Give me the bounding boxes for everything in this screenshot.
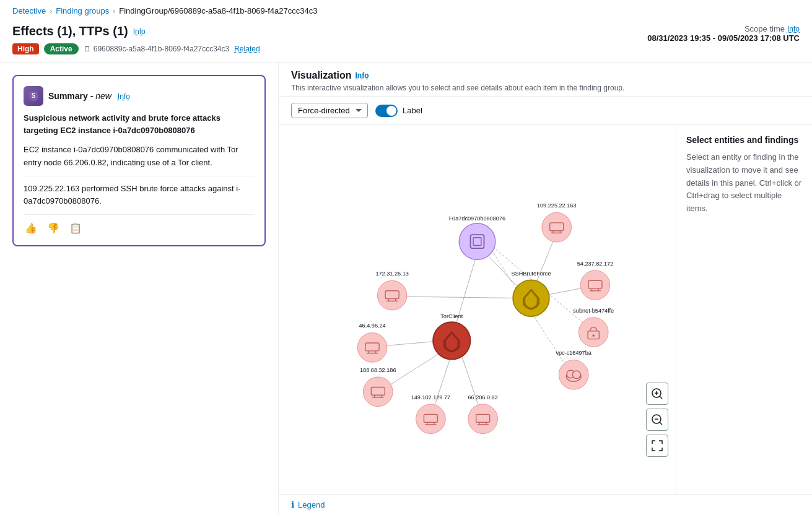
svg-point-32	[416, 404, 446, 434]
thumbdown-button[interactable]: 👎	[46, 221, 61, 235]
label-ip4: 46.4.96.24	[359, 323, 385, 329]
svg-point-48	[572, 371, 580, 379]
node-ip1[interactable]	[542, 212, 572, 242]
header-left: Effects (1), TTPs (1) Info High Active 🗒…	[12, 24, 260, 54]
copy-icon: 🗒	[84, 45, 91, 53]
scope-info-link[interactable]: Info	[787, 25, 800, 33]
graph-svg: i-0a7dc0970b0808076 SSHBruteForce	[279, 125, 676, 494]
scope-time: Scope time Info 08/31/2023 19:35 - 09/05…	[647, 24, 800, 43]
edge-tor-ip6	[433, 353, 452, 410]
node-vpc[interactable]	[559, 360, 588, 389]
legend-icon: ℹ	[291, 500, 294, 509]
scope-time-value: 08/31/2023 19:35 - 09/05/2023 17:08 UTC	[647, 33, 800, 43]
main-content: S Summary - new Info Suspicious network …	[0, 63, 812, 514]
svg-point-44	[592, 334, 595, 337]
fit-button[interactable]	[646, 435, 668, 457]
viz-toolbar: Force-directed Hierarchical Label	[279, 97, 812, 125]
node-ip6[interactable]	[416, 404, 446, 434]
select-panel-desc: Select an entity or finding in the visua…	[686, 151, 802, 215]
svg-text:S: S	[32, 92, 36, 99]
breadcrumb-current: FindingGroup/6960889c-a5a8-4f1b-8069-f4a…	[119, 6, 317, 15]
edge-ssh-ip3	[401, 297, 523, 298]
summary-card: S Summary - new Info Suspicious network …	[12, 75, 266, 246]
viz-header: Visualization Info This interactive visu…	[279, 63, 812, 97]
page-header: Effects (1), TTPs (1) Info High Active 🗒…	[0, 22, 812, 63]
viz-title: Visualization Info	[291, 70, 800, 81]
summary-desc-1: EC2 instance i-0a7dc0970b0808076 communi…	[24, 144, 255, 170]
copy-button[interactable]: 📋	[68, 221, 83, 235]
summary-divider	[24, 176, 255, 176]
svg-line-52	[660, 396, 662, 399]
summary-icon: S	[24, 86, 43, 106]
svg-point-27	[363, 377, 393, 407]
page-title: Effects (1), TTPs (1)	[12, 24, 128, 38]
svg-point-37	[468, 404, 498, 434]
viz-controls	[646, 383, 668, 457]
svg-point-12	[580, 271, 610, 300]
node-ip3[interactable]	[377, 280, 407, 310]
header-info-link[interactable]: Info	[133, 27, 146, 36]
node-ec2[interactable]	[459, 223, 495, 260]
viz-legend[interactable]: ℹ Legend	[279, 494, 812, 514]
viz-info-link[interactable]: Info	[356, 71, 369, 80]
viz-canvas-area: i-0a7dc0970b0808076 SSHBruteForce	[279, 125, 812, 494]
node-ssh-finding[interactable]	[513, 280, 549, 316]
edge-tor-ip7	[461, 355, 480, 410]
label-ip6: 149.102.129.77	[411, 394, 451, 401]
breadcrumb-sep-1: ›	[50, 7, 52, 15]
breadcrumb-detective[interactable]: Detective	[12, 6, 46, 15]
node-ip2[interactable]	[580, 271, 610, 300]
label-ip7: 66.206.0.82	[468, 394, 498, 401]
viz-desc: This interactive visualization allows yo…	[291, 84, 800, 92]
svg-line-55	[660, 422, 662, 425]
related-link[interactable]: Related	[234, 45, 260, 53]
svg-point-7	[542, 212, 572, 242]
summary-header: S Summary - new Info	[24, 86, 255, 106]
label-ip2: 54.237.82.172	[577, 261, 613, 267]
breadcrumb-finding-groups[interactable]: Finding groups	[56, 6, 109, 15]
finding-id: 🗒 6960889c-a5a8-4f1b-8069-f4a27ccc34c3	[84, 45, 230, 53]
breadcrumb-sep-2: ›	[113, 7, 115, 15]
summary-info-link[interactable]: Info	[118, 92, 130, 101]
select-panel-title: Select entities and findings	[686, 135, 802, 145]
svg-point-22	[357, 333, 387, 363]
badge-high: High	[12, 43, 39, 54]
breadcrumb: Detective › Finding groups › FindingGrou…	[0, 0, 812, 22]
label-toggle[interactable]	[375, 105, 398, 117]
select-panel: Select entities and findings Select an e…	[676, 125, 812, 494]
left-panel: S Summary - new Info Suspicious network …	[0, 63, 279, 514]
right-panel: Visualization Info This interactive visu…	[279, 63, 812, 514]
label-ip3: 172.31.26.13	[375, 271, 408, 277]
summary-desc-2: 109.225.22.163 performed SSH brute force…	[24, 183, 255, 209]
svg-point-42	[578, 318, 608, 347]
summary-divider-2	[24, 214, 255, 215]
viz-layout-select[interactable]: Force-directed Hierarchical	[291, 103, 368, 118]
scope-time-label: Scope time Info	[647, 24, 800, 33]
label-subnet: subnet-b5474ffe	[573, 308, 614, 314]
label-ssh-finding: SSHBruteForce	[511, 271, 551, 277]
svg-point-17	[377, 280, 407, 310]
thumbup-button[interactable]: 👍	[24, 221, 38, 235]
summary-body: Suspicious network activity and brute fo…	[24, 112, 255, 136]
legend-label: Legend	[298, 500, 325, 509]
summary-title: Summary - new Info	[48, 91, 130, 101]
toggle-knob	[386, 106, 396, 116]
summary-actions: 👍 👎 📋	[24, 221, 255, 235]
zoom-in-button[interactable]	[646, 383, 668, 405]
node-tor-finding[interactable]	[433, 322, 470, 359]
node-ip5[interactable]	[363, 377, 393, 407]
node-ip7[interactable]	[468, 404, 498, 434]
label-vpc: vpc-c16497ba	[556, 350, 592, 356]
badge-row: High Active 🗒 6960889c-a5a8-4f1b-8069-f4…	[12, 43, 260, 54]
label-ec2: i-0a7dc0970b0808076	[449, 215, 505, 222]
label-tor-finding: TorClient	[440, 313, 463, 319]
title-row: Effects (1), TTPs (1) Info	[12, 24, 260, 38]
node-ip4[interactable]	[357, 333, 387, 363]
zoom-out-button[interactable]	[646, 409, 668, 431]
label-ip5: 188.68.32.186	[360, 367, 396, 373]
node-subnet[interactable]	[578, 318, 608, 347]
label-ip1: 109.225.22.163	[537, 202, 577, 209]
viz-graph[interactable]: i-0a7dc0970b0808076 SSHBruteForce	[279, 125, 676, 494]
badge-active: Active	[44, 43, 79, 54]
svg-point-2	[459, 223, 495, 260]
